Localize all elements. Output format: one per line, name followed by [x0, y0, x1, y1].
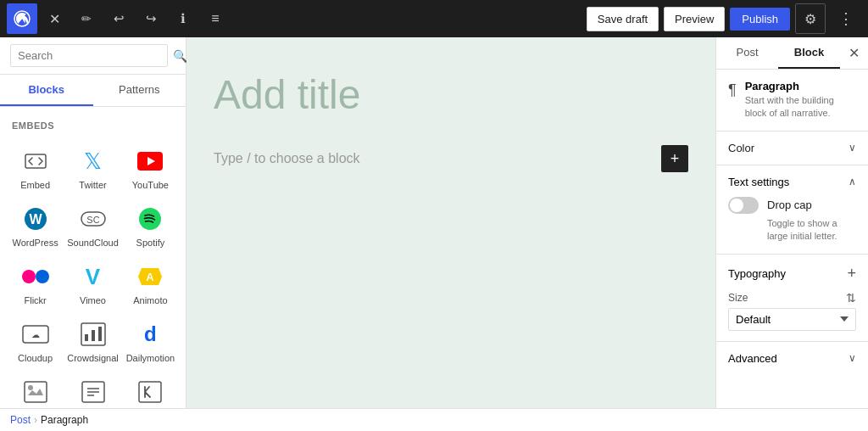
block-item-crowdsignal[interactable]: Crowdsignal — [64, 311, 122, 368]
panel-block-info: Paragraph Start with the building block … — [745, 80, 856, 120]
block-item-kickstarter[interactable]: Kickstarter — [122, 368, 179, 408]
breadcrumb-separator: › — [34, 414, 37, 426]
wordpress-icon: W — [20, 204, 51, 234]
svg-point-20 — [28, 385, 33, 390]
embed-label: Embed — [20, 180, 50, 190]
edit-icon[interactable]: ✏ — [71, 3, 102, 34]
block-grid: Embed 𝕏 Twitter YouTube — [0, 134, 186, 408]
youtube-label: YouTube — [132, 180, 169, 190]
block-item-imgur[interactable]: Imgur — [7, 368, 64, 408]
breadcrumb-post[interactable]: Post — [10, 414, 31, 426]
canvas-area[interactable]: Add title Type / to choose a block + — [186, 37, 715, 408]
wordpress-label: WordPress — [13, 238, 58, 248]
tab-blocks[interactable]: Blocks — [0, 75, 93, 106]
size-select[interactable]: Default Small Normal Medium Large Extra … — [728, 308, 856, 331]
sidebar-tabs: Blocks Patterns — [0, 75, 186, 107]
toolbar-left: ✕ ✏ ↩ ↪ ℹ ≡ — [7, 3, 231, 34]
tab-patterns[interactable]: Patterns — [93, 75, 186, 106]
panel-tabs: Post Block ✕ — [716, 37, 868, 70]
block-item-dailymotion[interactable]: d Dailymotion — [122, 311, 179, 368]
canvas-inner: Add title Type / to choose a block + — [214, 71, 688, 368]
block-item-embed[interactable]: Embed — [7, 137, 64, 195]
twitter-label: Twitter — [79, 180, 106, 190]
color-section[interactable]: Color ∨ — [716, 132, 868, 165]
panel-block-header: ¶ Paragraph Start with the building bloc… — [716, 70, 868, 132]
typography-add-button[interactable]: + — [847, 265, 856, 283]
tab-block[interactable]: Block — [778, 37, 840, 69]
block-item-wordpress[interactable]: W WordPress — [7, 195, 64, 253]
block-item-flickr[interactable]: Flickr — [7, 253, 64, 311]
block-item-spotify[interactable]: Spotify — [122, 195, 179, 253]
typography-section: Typography + Size ⇅ Default Small Normal… — [716, 255, 868, 342]
section-embeds-label: EMBEDS — [0, 114, 186, 134]
breadcrumb: Post › Paragraph — [0, 408, 868, 431]
svg-text:SC: SC — [86, 215, 99, 225]
animoto-label: Animoto — [133, 295, 167, 305]
breadcrumb-current: Paragraph — [41, 414, 88, 426]
twitter-icon: 𝕏 — [78, 146, 108, 176]
svg-rect-18 — [98, 327, 102, 341]
spotify-label: Spotify — [136, 238, 165, 248]
drop-cap-desc: Toggle to show a large initial letter. — [767, 217, 856, 243]
redo-button[interactable]: ↪ — [136, 3, 166, 34]
more-options-button[interactable]: ⋮ — [831, 3, 861, 34]
sidebar: 🔍 Blocks Patterns EMBEDS Embed — [0, 37, 186, 408]
animoto-icon: A — [135, 261, 165, 292]
text-settings-chevron-icon: ∧ — [849, 176, 856, 188]
panel-block-title: Paragraph — [745, 80, 856, 92]
block-item-animoto[interactable]: A Animoto — [122, 253, 179, 311]
tab-post[interactable]: Post — [716, 37, 778, 69]
dailymotion-label: Dailymotion — [126, 353, 175, 363]
svg-rect-19 — [25, 382, 47, 402]
block-item-twitter[interactable]: 𝕏 Twitter — [64, 137, 122, 195]
color-label: Color — [728, 142, 754, 154]
block-item-cloudup[interactable]: ☁ Cloudup — [7, 311, 64, 368]
svg-text:☁: ☁ — [31, 330, 40, 339]
embed-icon — [20, 146, 51, 176]
svg-point-9 — [22, 270, 36, 283]
block-item-youtube[interactable]: YouTube — [122, 137, 179, 195]
text-settings-section: Text settings ∧ Drop cap Toggle to show … — [716, 165, 868, 255]
svg-rect-17 — [92, 330, 95, 341]
advanced-row[interactable]: Advanced ∨ — [728, 352, 856, 365]
soundcloud-label: SoundCloud — [67, 238, 119, 248]
paragraph-icon: ¶ — [728, 81, 737, 99]
panel-close-button[interactable]: ✕ — [840, 40, 868, 66]
block-placeholder-text[interactable]: Type / to choose a block — [214, 151, 360, 166]
type-block-area: Type / to choose a block + — [214, 145, 688, 172]
block-item-soundcloud[interactable]: SC SoundCloud — [64, 195, 122, 253]
main-layout: 🔍 Blocks Patterns EMBEDS Embed — [0, 37, 868, 408]
search-icon[interactable]: 🔍 — [173, 49, 187, 63]
vimeo-icon: V — [78, 261, 108, 292]
search-input[interactable] — [10, 44, 168, 67]
size-label-text: Size — [728, 292, 748, 304]
crowdsignal-label: Crowdsignal — [67, 353, 119, 363]
wp-logo-icon[interactable] — [7, 3, 37, 34]
imgur-icon — [20, 377, 51, 407]
block-item-issuu[interactable]: Issuu — [64, 368, 122, 408]
publish-button[interactable]: Publish — [730, 8, 790, 31]
vimeo-label: Vimeo — [80, 295, 106, 305]
drop-cap-toggle[interactable] — [728, 197, 759, 214]
save-draft-button[interactable]: Save draft — [587, 7, 659, 31]
settings-button[interactable]: ⚙ — [795, 3, 826, 34]
add-block-button[interactable]: + — [661, 145, 688, 172]
close-button[interactable]: ✕ — [39, 3, 70, 34]
undo-button[interactable]: ↩ — [103, 3, 134, 34]
cloudup-icon: ☁ — [20, 319, 51, 350]
typography-header: Typography + — [728, 265, 856, 283]
crowdsignal-icon — [78, 319, 108, 350]
preview-button[interactable]: Preview — [664, 7, 725, 31]
list-view-button[interactable]: ≡ — [200, 3, 231, 34]
panel-block-desc: Start with the building block of all nar… — [745, 94, 856, 120]
toolbar: ✕ ✏ ↩ ↪ ℹ ≡ Save draft Preview Publish ⚙… — [0, 0, 868, 37]
svg-rect-25 — [139, 382, 161, 402]
typography-label: Typography — [728, 267, 786, 280]
add-title-placeholder[interactable]: Add title — [214, 71, 688, 125]
sliders-icon[interactable]: ⇅ — [846, 291, 856, 305]
spotify-icon — [135, 204, 165, 234]
info-button[interactable]: ℹ — [168, 3, 198, 34]
sidebar-content: EMBEDS Embed 𝕏 Twitter — [0, 107, 186, 408]
block-item-vimeo[interactable]: V Vimeo — [64, 253, 122, 311]
toolbar-right: Save draft Preview Publish ⚙ ⋮ — [587, 3, 861, 34]
